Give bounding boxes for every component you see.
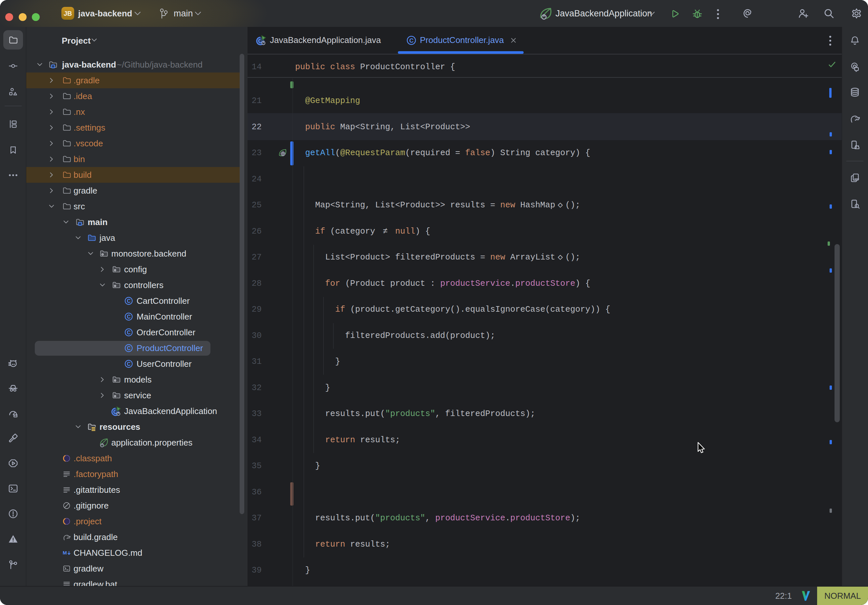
svg-text:C: C — [409, 37, 414, 44]
svg-text:C: C — [127, 361, 131, 367]
svg-text:C: C — [127, 298, 131, 304]
svg-text:C: C — [127, 330, 131, 335]
svg-text:C: C — [127, 314, 131, 320]
svg-text:C: C — [127, 345, 131, 351]
svg-text:M: M — [63, 550, 67, 555]
